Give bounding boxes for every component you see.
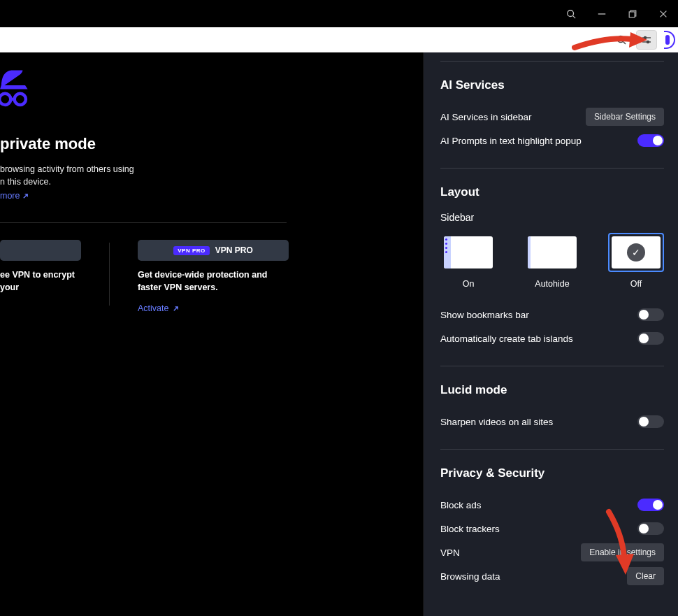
lucid-sharpen-label: Sharpen videos on all sites: [440, 417, 553, 427]
lucid-sharpen-toggle[interactable]: [637, 415, 664, 428]
sidebar-option-group: On Autohide ✓ Off: [440, 233, 664, 289]
section-divider: [440, 61, 664, 62]
ai-prompts-toggle[interactable]: [637, 134, 664, 147]
profile-button[interactable]: [664, 31, 675, 49]
vpn-enable-button[interactable]: Enable in settings: [581, 543, 664, 561]
activate-link[interactable]: Activate: [138, 303, 179, 313]
external-link-icon: [22, 193, 29, 199]
learn-more-link[interactable]: more: [0, 191, 29, 201]
vpn-pro-card: VPN PRO VPN PRO Get device-wide protecti…: [138, 240, 289, 314]
sidebar-option-off[interactable]: ✓ Off: [608, 233, 664, 289]
sidebar-option-off-label: Off: [608, 279, 664, 289]
section-divider: [440, 366, 664, 366]
os-titlebar: [0, 0, 678, 27]
activate-text: Activate: [138, 303, 168, 313]
tab-islands-label: Automatically create tab islands: [440, 334, 573, 344]
sidebar-option-on[interactable]: On: [440, 233, 496, 289]
check-icon: ✓: [627, 243, 645, 262]
vpn-card-text: ee VPN to encrypt your: [0, 269, 81, 294]
zoom-dropdown-icon[interactable]: [611, 30, 632, 50]
clear-browsing-data-button[interactable]: Clear: [627, 567, 664, 585]
learn-more-text: more: [0, 191, 20, 201]
svg-point-15: [15, 94, 26, 105]
bookmarks-bar-toggle[interactable]: [637, 308, 664, 321]
incognito-icon: [0, 62, 423, 113]
page-subtitle-line1: browsing activity from others using: [0, 163, 423, 176]
block-trackers-toggle[interactable]: [637, 522, 664, 535]
sidebar-subtitle: Sidebar: [440, 212, 664, 223]
section-title-ai: AI Services: [440, 78, 664, 92]
svg-point-12: [647, 41, 649, 43]
sidebar-option-autohide[interactable]: Autohide: [524, 233, 580, 289]
sidebar-settings-button[interactable]: Sidebar Settings: [586, 108, 664, 126]
restore-button[interactable]: [622, 3, 643, 24]
svg-line-1: [573, 15, 576, 18]
divider: [0, 222, 287, 223]
browsing-data-label: Browsing data: [440, 571, 500, 582]
vpn-pro-label: VPN PRO: [215, 245, 253, 255]
svg-point-10: [644, 36, 646, 38]
private-mode-page: private mode browsing activity from othe…: [0, 52, 423, 616]
section-divider: [440, 168, 664, 169]
vpn-button[interactable]: [0, 240, 81, 261]
svg-point-7: [618, 36, 624, 43]
svg-rect-4: [629, 11, 635, 17]
ai-sidebar-label: AI Services in sidebar: [440, 112, 532, 122]
sidebar-option-autohide-label: Autohide: [524, 279, 580, 289]
vpn-label: VPN: [440, 547, 460, 558]
tab-islands-toggle[interactable]: [637, 332, 664, 345]
ai-prompts-label: AI Prompts in text highlight popup: [440, 136, 582, 146]
svg-point-0: [568, 10, 574, 16]
page-title: private mode: [0, 135, 423, 153]
sidebar-option-on-label: On: [440, 279, 496, 289]
vpn-pro-button[interactable]: VPN PRO VPN PRO: [138, 240, 289, 261]
easy-setup-button[interactable]: [636, 30, 657, 50]
svg-point-14: [0, 94, 10, 105]
external-link-icon: [173, 306, 179, 312]
minimize-button[interactable]: [591, 3, 612, 24]
bookmarks-bar-label: Show bookmarks bar: [440, 310, 529, 320]
section-title-lucid: Lucid mode: [440, 383, 664, 397]
search-icon[interactable]: [561, 3, 582, 24]
vpn-pro-badge: VPN PRO: [173, 246, 210, 255]
vpn-card: ee VPN to encrypt your: [0, 240, 81, 314]
vpn-pro-text: Get device-wide protection and faster VP…: [138, 269, 289, 294]
block-ads-label: Block ads: [440, 500, 482, 510]
section-title-privacy: Privacy & Security: [440, 466, 664, 480]
section-divider: [440, 449, 664, 450]
section-title-layout: Layout: [440, 185, 664, 199]
browser-toolbar: [0, 27, 678, 52]
close-button[interactable]: [653, 3, 674, 24]
card-divider: [109, 243, 110, 306]
svg-line-8: [623, 42, 626, 45]
block-ads-toggle[interactable]: [637, 499, 664, 511]
block-trackers-label: Block trackers: [440, 524, 500, 534]
easy-setup-panel: AI Services AI Services in sidebar Sideb…: [423, 52, 678, 616]
page-subtitle-line2: n this device.: [0, 176, 423, 188]
